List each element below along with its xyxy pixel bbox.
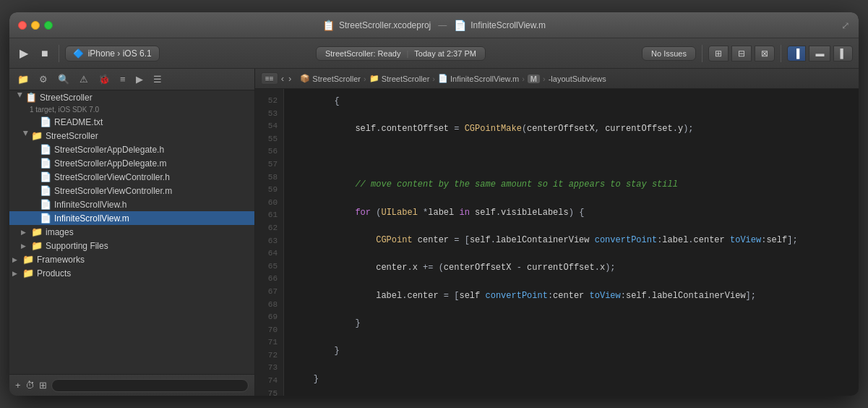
readme-icon: 📄 <box>40 116 51 127</box>
sidebar-item-viewcontrollerh[interactable]: 📄 StreetScrollerViewController.h <box>9 170 254 184</box>
line-num-71: 71 <box>255 336 283 349</box>
view-btn-2[interactable]: ⊟ <box>731 46 752 61</box>
tree-arrow-ss: ▶ <box>22 131 30 141</box>
traffic-lights[interactable] <box>18 21 53 30</box>
bottom-panel-btn[interactable]: ▬ <box>809 46 830 61</box>
file-icon-viewcontrollerm: 📄 <box>40 185 51 196</box>
jumpbar-item-type[interactable]: M <box>528 75 540 83</box>
line-num-63: 63 <box>255 235 283 248</box>
scheme-icon: 🔷 <box>73 48 84 59</box>
line-num-60: 60 <box>255 197 283 210</box>
line-num-57: 57 <box>255 158 283 171</box>
jumpbar-project-label: StreetScroller <box>312 75 361 83</box>
minimize-button[interactable] <box>31 21 40 30</box>
play-button[interactable]: ▶ <box>15 43 33 63</box>
right-panel-btn[interactable]: ▌ <box>833 46 853 61</box>
gutter-btn[interactable]: ≡≡ <box>261 72 278 85</box>
vcs-icon[interactable]: ⏱ <box>25 380 35 391</box>
sidebar-nav-icon-8[interactable]: ☰ <box>150 72 166 86</box>
line-num-59: 59 <box>255 184 283 197</box>
jumpbar-item-file[interactable]: 📄 InfiniteScrollView.m <box>438 74 519 83</box>
sidebar-item-appdelegatem[interactable]: 📄 StreetScrollerAppDelegate.m <box>9 156 254 170</box>
back-arrow-icon[interactable]: ‹ <box>281 73 284 84</box>
fullscreen-icon[interactable]: ⤢ <box>841 20 850 31</box>
maximize-button[interactable] <box>44 21 53 30</box>
jumpbar-item-folder[interactable]: 📁 StreetScroller <box>369 74 430 83</box>
sidebar-file-viewcontrollerm: StreetScrollerViewController.m <box>54 186 172 196</box>
line-num-54: 54 <box>255 120 283 133</box>
line-num-75: 75 <box>255 388 283 396</box>
jumpbar-folder-label: StreetScroller <box>382 75 430 83</box>
code-line-61: } <box>293 344 850 358</box>
scheme-selector[interactable]: 🔷 iPhone › iOS 6.1 <box>65 46 160 61</box>
jumpbar-folder-icon: 📁 <box>369 74 379 83</box>
code-line-57: CGPoint center = [self.labelContainerVie… <box>293 234 850 247</box>
view-btn-3[interactable]: ⊠ <box>755 46 775 61</box>
code-editor[interactable]: { self.contentOffset = CGPointMake(cente… <box>284 89 859 396</box>
sidebar-nav-icon-4[interactable]: ⚠ <box>76 72 92 86</box>
code-line-54 <box>293 150 850 164</box>
sidebar-group-streetscroller[interactable]: ▶ 📁 StreetScroller <box>9 129 254 143</box>
sidebar-item-viewcontrollerm[interactable]: 📄 StreetScrollerViewController.m <box>9 184 254 197</box>
status-bar-center: StreetScroller: Ready | Today at 2:37 PM <box>164 46 637 61</box>
sidebar-group-frameworks-label: Frameworks <box>37 255 85 265</box>
tree-arrow-images: ▶ <box>21 229 31 236</box>
main-area: 📁 ⚙ 🔍 ⚠ 🐞 ≡ ▶ ☰ ▶ 📋 StreetScroller 1 tar… <box>9 69 859 396</box>
titlebar-right: ⤢ <box>841 20 850 31</box>
sidebar: 📁 ⚙ 🔍 ⚠ 🐞 ≡ ▶ ☰ ▶ 📋 StreetScroller 1 tar… <box>9 69 255 396</box>
code-content: 52 53 54 55 56 57 58 59 60 61 62 63 64 6… <box>255 89 859 396</box>
sidebar-nav-icon-3[interactable]: 🔍 <box>54 72 73 86</box>
sidebar-item-project-root[interactable]: ▶ 📋 StreetScroller <box>9 90 254 104</box>
sidebar-item-infiniteh[interactable]: 📄 InfiniteScrollView.h <box>9 197 254 211</box>
line-num-68: 68 <box>255 299 283 312</box>
sidebar-group-supporting-label: Supporting Files <box>46 241 108 251</box>
status-pill: StreetScroller: Ready | Today at 2:37 PM <box>316 46 486 61</box>
sidebar-nav-icon-1[interactable]: 📁 <box>14 72 33 86</box>
left-panel-btn[interactable]: ▐ <box>787 46 807 61</box>
stop-button[interactable]: ■ <box>37 44 53 63</box>
sidebar-group-frameworks[interactable]: ▶ 📁 Frameworks <box>9 252 254 266</box>
line-num-61: 61 <box>255 209 283 222</box>
line-numbers: 52 53 54 55 56 57 58 59 60 61 62 63 64 6… <box>255 89 284 396</box>
jumpbar-item-method[interactable]: -layoutSubviews <box>549 75 606 83</box>
view-btn-1[interactable]: ⊞ <box>708 46 729 61</box>
sidebar-nav-icon-6[interactable]: ≡ <box>116 72 129 86</box>
sidebar-item-readme[interactable]: 📄 README.txt <box>9 115 254 129</box>
sidebar-group-products[interactable]: ▶ 📁 Products <box>9 266 254 280</box>
close-button[interactable] <box>18 21 27 30</box>
jumpbar-item-project[interactable]: 📦 StreetScroller <box>300 74 361 83</box>
sidebar-group-ss-label: StreetScroller <box>46 131 98 141</box>
line-num-56: 56 <box>255 145 283 158</box>
sidebar-group-images[interactable]: ▶ 📁 images <box>9 225 254 239</box>
sidebar-group-supporting[interactable]: ▶ 📁 Supporting Files <box>9 239 254 252</box>
jumpbar-sep-2: › <box>432 75 435 83</box>
view-toggle-buttons: ⊞ ⊟ ⊠ <box>708 46 775 61</box>
sidebar-item-appdelegateh[interactable]: 📄 StreetScrollerAppDelegate.h <box>9 143 254 156</box>
project-name: StreetScroller <box>40 93 93 103</box>
sidebar-nav-icon-2[interactable]: ⚙ <box>35 72 51 86</box>
sidebar-item-infinitem[interactable]: 📄 InfiniteScrollView.m <box>9 211 254 225</box>
line-num-73: 73 <box>255 362 283 375</box>
sidebar-nav-icon-7[interactable]: ▶ <box>132 72 147 86</box>
forward-arrow-icon[interactable]: › <box>288 73 291 84</box>
filter-icon[interactable]: ⊞ <box>39 380 47 391</box>
xcode-window: 📋 StreetScroller.xcodeproj — 📄 InfiniteS… <box>9 12 859 396</box>
source-file-icon: 📄 <box>454 20 466 31</box>
line-num-53: 53 <box>255 108 283 121</box>
file-icon-appdelegateh: 📄 <box>40 144 51 155</box>
jumpbar-sep-1: › <box>364 75 366 83</box>
sidebar-readme-label: README.txt <box>54 117 103 127</box>
titlebar-separator: — <box>438 20 447 30</box>
jumpbar: ≡≡ ‹ › 📦 StreetScroller › 📁 StreetScroll… <box>255 69 859 89</box>
sidebar-nav-icon-5[interactable]: 🐞 <box>95 72 113 86</box>
jumpbar-file-label: InfiniteScrollView.m <box>450 75 519 83</box>
sidebar-file-tree: ▶ 📋 StreetScroller 1 target, iOS SDK 7.0… <box>9 90 254 374</box>
titlebar-project-name: StreetScroller.xcodeproj <box>339 20 431 30</box>
sidebar-file-infinitem: InfiniteScrollView.m <box>54 213 129 224</box>
add-file-button[interactable]: + <box>15 380 21 391</box>
toolbar-separator-3 <box>781 45 781 62</box>
sidebar-search-input[interactable] <box>51 379 249 392</box>
no-issues-badge: No Issues <box>642 46 696 61</box>
line-num-70: 70 <box>255 324 283 337</box>
sidebar-toolbar: 📁 ⚙ 🔍 ⚠ 🐞 ≡ ▶ ☰ <box>9 69 254 90</box>
